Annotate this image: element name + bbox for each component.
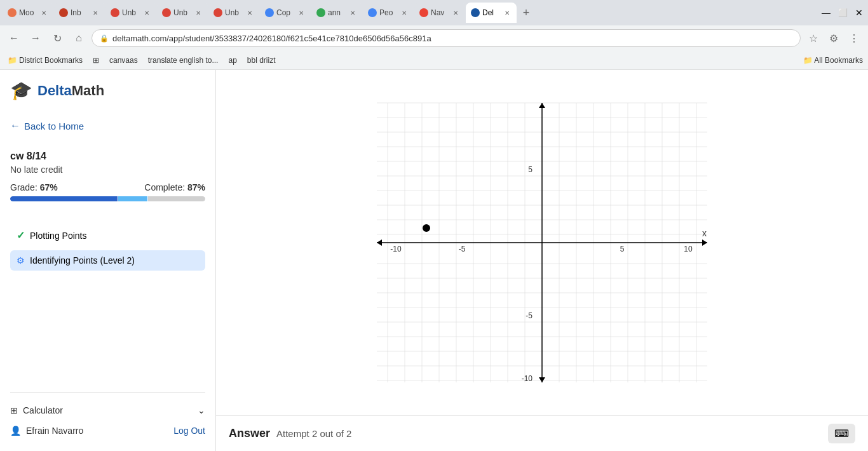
- bookmark-ap-label: ap: [228, 56, 236, 65]
- logout-button[interactable]: Log Out: [173, 426, 205, 436]
- bookmark-bbl-label: bbl driizt: [247, 56, 276, 65]
- tab-4-close[interactable]: ✕: [194, 8, 203, 18]
- assignment-info: cw 8/14 No late credit Grade: 67% Comple…: [10, 151, 205, 201]
- tab-7-label: ann: [328, 8, 346, 17]
- user-icon: 👤: [10, 426, 21, 436]
- attempt-text: Attempt 2 out of 2: [276, 428, 351, 439]
- tab-4[interactable]: Unb ✕: [157, 3, 208, 23]
- tab-2-close[interactable]: ✕: [91, 8, 100, 18]
- tab-3-close[interactable]: ✕: [142, 8, 151, 18]
- x-tick-neg5: -5: [459, 245, 466, 253]
- bookmark-apps[interactable]: ⊞: [90, 55, 102, 66]
- user-left: 👤 Efrain Navarro: [10, 426, 83, 436]
- main-content: x 10 5 -5 -10 5 -: [216, 70, 868, 451]
- close-button[interactable]: ✕: [853, 6, 865, 19]
- browser-chrome: Moo ✕ Inb ✕ Unb ✕ Unb ✕ Unb ✕ Cop ✕: [0, 0, 868, 70]
- tab-1[interactable]: Moo ✕: [3, 3, 53, 23]
- tab-1-close[interactable]: ✕: [39, 8, 48, 18]
- more-button[interactable]: ⋮: [845, 29, 863, 47]
- complete-label: Complete: 87%: [144, 182, 205, 192]
- bookmark-apps-icon: ⊞: [93, 56, 99, 65]
- tab-9-close[interactable]: ✕: [451, 8, 460, 18]
- graph-container: x 10 5 -5 -10 5 -: [370, 97, 714, 389]
- tab-10-close[interactable]: ✕: [503, 8, 512, 18]
- tab-4-icon: [162, 8, 171, 17]
- logo-area: 🎓 DeltaMath: [10, 80, 205, 101]
- bookmark-translate-label: translate english to...: [148, 56, 219, 65]
- coordinate-graph[interactable]: x 10 5 -5 -10 5 -: [370, 97, 714, 389]
- tab-1-label: Moo: [19, 8, 37, 17]
- tab-5-close[interactable]: ✕: [245, 8, 254, 18]
- problem-item-plotting[interactable]: ✓ Plotting Points: [10, 224, 205, 246]
- y-tick-neg10: -10: [522, 374, 533, 383]
- problem-item-identifying[interactable]: ⚙ Identifying Points (Level 2): [10, 250, 205, 271]
- y-tick-neg5: -5: [526, 311, 532, 320]
- tab-7[interactable]: ann ✕: [311, 3, 362, 23]
- reload-button[interactable]: ↻: [48, 29, 66, 47]
- answer-label: Answer: [229, 427, 270, 440]
- x-axis-right-arrow: [702, 239, 707, 246]
- x-tick-neg10: -10: [390, 245, 402, 253]
- tab-5[interactable]: Unb ✕: [208, 3, 259, 23]
- new-tab-button[interactable]: +: [517, 4, 535, 22]
- back-nav-button[interactable]: ←: [5, 29, 23, 47]
- bookmark-translate[interactable]: translate english to...: [146, 55, 221, 66]
- tab-1-icon: [8, 8, 17, 17]
- y-axis-up-arrow: [539, 103, 545, 108]
- tab-7-close[interactable]: ✕: [348, 8, 357, 18]
- maximize-button[interactable]: ⬜: [836, 6, 849, 19]
- answer-bar: Answer Attempt 2 out of 2 ⌨: [216, 415, 868, 451]
- tab-10[interactable]: Del ✕: [466, 3, 517, 23]
- tab-9[interactable]: Nav ✕: [414, 3, 465, 23]
- calculator-icon: ⊞: [10, 405, 18, 415]
- lock-icon: 🔒: [100, 34, 109, 43]
- x-tick-5: 5: [620, 245, 625, 253]
- sidebar: 🎓 DeltaMath ← Back to Home cw 8/14 No la…: [0, 70, 216, 451]
- no-late-credit: No late credit: [10, 165, 205, 175]
- nav-icons: ☆ ⚙ ⋮: [804, 29, 863, 47]
- tab-6-label: Cop: [276, 8, 294, 17]
- bookmark-canvas[interactable]: canvaas: [107, 55, 140, 66]
- x-tick-10: 10: [684, 245, 693, 253]
- problems-list: ✓ Plotting Points ⚙ Identifying Points (…: [10, 224, 205, 271]
- grade-value: 67%: [40, 182, 58, 192]
- keyboard-button[interactable]: ⌨: [828, 424, 855, 443]
- bookmark-bbl[interactable]: bbl driizt: [245, 55, 278, 66]
- tab-8-close[interactable]: ✕: [400, 8, 409, 18]
- bookmark-district[interactable]: 📁 District Bookmarks: [5, 55, 85, 66]
- minimize-button[interactable]: —: [820, 6, 832, 19]
- tab-6-close[interactable]: ✕: [297, 8, 306, 18]
- tab-3[interactable]: Unb ✕: [105, 3, 156, 23]
- progress-bar-gray: [148, 196, 205, 201]
- tab-2[interactable]: Inb ✕: [54, 3, 105, 23]
- tab-9-icon: [419, 8, 428, 17]
- address-bar[interactable]: 🔒 deltamath.com/app/student/3533837/2402…: [92, 29, 801, 47]
- tab-4-label: Unb: [173, 8, 191, 17]
- tab-5-icon: [214, 8, 222, 17]
- tab-2-label: Inb: [71, 8, 88, 17]
- user-row: 👤 Efrain Navarro Log Out: [10, 421, 205, 441]
- user-name: Efrain Navarro: [26, 426, 83, 436]
- tab-10-label: Del: [482, 8, 500, 17]
- all-bookmarks-link[interactable]: 📁 All Bookmarks: [803, 56, 863, 65]
- problem-identifying-label: Identifying Points (Level 2): [30, 255, 135, 266]
- home-button[interactable]: ⌂: [70, 29, 88, 47]
- bookmarks-bar: 📁 District Bookmarks ⊞ canvaas translate…: [0, 51, 868, 70]
- tab-5-label: Unb: [225, 8, 243, 17]
- tab-8[interactable]: Peo ✕: [363, 3, 414, 23]
- tab-8-icon: [368, 8, 377, 17]
- bookmark-button[interactable]: ☆: [804, 29, 822, 47]
- tab-9-label: Nav: [431, 8, 449, 17]
- bookmark-canvas-label: canvaas: [109, 56, 138, 65]
- extensions-button[interactable]: ⚙: [825, 29, 843, 47]
- graph-area: x 10 5 -5 -10 5 -: [216, 70, 868, 415]
- check-icon: ✓: [17, 229, 25, 241]
- bookmark-ap[interactable]: ap: [226, 55, 239, 66]
- back-to-home-link[interactable]: ← Back to Home: [10, 120, 205, 131]
- calculator-row[interactable]: ⊞ Calculator ⌄: [10, 400, 205, 421]
- forward-nav-button[interactable]: →: [27, 29, 44, 47]
- tab-6[interactable]: Cop ✕: [260, 3, 311, 23]
- tab-3-label: Unb: [122, 8, 140, 17]
- keyboard-icon: ⌨: [834, 428, 849, 439]
- y-tick-5: 5: [528, 165, 532, 174]
